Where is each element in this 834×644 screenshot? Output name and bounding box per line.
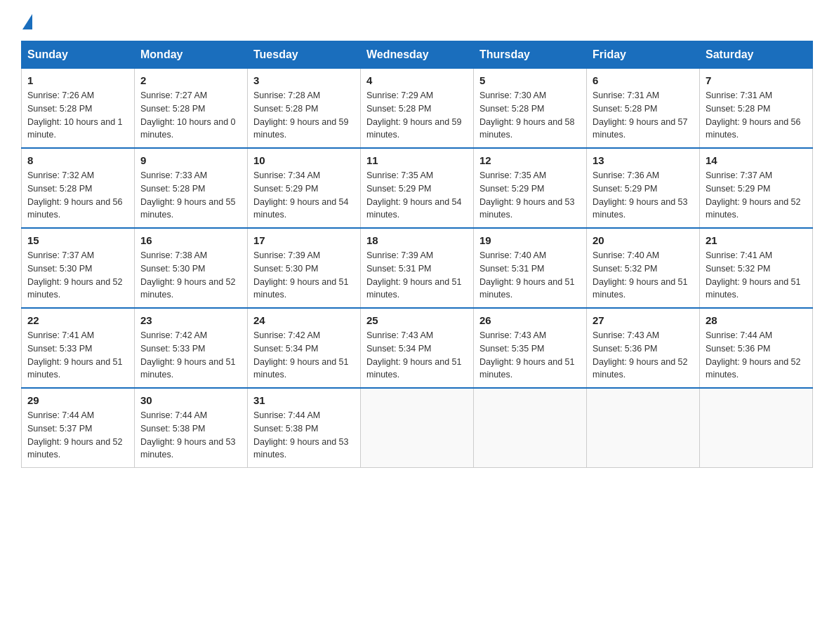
weekday-header-row: SundayMondayTuesdayWednesdayThursdayFrid… bbox=[22, 41, 813, 69]
day-info: Sunrise: 7:27 AMSunset: 5:28 PMDaylight:… bbox=[140, 89, 241, 142]
calendar-cell: 3 Sunrise: 7:28 AMSunset: 5:28 PMDayligh… bbox=[248, 69, 361, 149]
day-number: 20 bbox=[593, 234, 694, 246]
day-info: Sunrise: 7:34 AMSunset: 5:29 PMDaylight:… bbox=[253, 169, 355, 222]
day-info: Sunrise: 7:44 AMSunset: 5:37 PMDaylight:… bbox=[27, 409, 128, 462]
calendar-cell: 31 Sunrise: 7:44 AMSunset: 5:38 PMDaylig… bbox=[248, 388, 361, 468]
calendar-week-row: 15 Sunrise: 7:37 AMSunset: 5:30 PMDaylig… bbox=[22, 228, 813, 308]
calendar-week-row: 29 Sunrise: 7:44 AMSunset: 5:37 PMDaylig… bbox=[22, 388, 813, 468]
day-info: Sunrise: 7:36 AMSunset: 5:29 PMDaylight:… bbox=[593, 169, 694, 222]
day-number: 9 bbox=[140, 154, 241, 166]
day-info: Sunrise: 7:29 AMSunset: 5:28 PMDaylight:… bbox=[366, 89, 468, 142]
weekday-header-thursday: Thursday bbox=[474, 41, 587, 69]
calendar-cell: 9 Sunrise: 7:33 AMSunset: 5:28 PMDayligh… bbox=[135, 148, 248, 228]
calendar-cell: 14 Sunrise: 7:37 AMSunset: 5:29 PMDaylig… bbox=[700, 148, 813, 228]
calendar-cell: 27 Sunrise: 7:43 AMSunset: 5:36 PMDaylig… bbox=[587, 308, 700, 388]
day-number: 27 bbox=[593, 314, 694, 326]
day-number: 28 bbox=[706, 314, 807, 326]
day-info: Sunrise: 7:32 AMSunset: 5:28 PMDaylight:… bbox=[27, 169, 128, 222]
day-info: Sunrise: 7:37 AMSunset: 5:30 PMDaylight:… bbox=[27, 249, 128, 302]
day-info: Sunrise: 7:40 AMSunset: 5:31 PMDaylight:… bbox=[479, 249, 581, 302]
calendar-cell: 16 Sunrise: 7:38 AMSunset: 5:30 PMDaylig… bbox=[135, 228, 248, 308]
day-number: 15 bbox=[27, 234, 128, 246]
day-number: 2 bbox=[140, 74, 241, 86]
day-info: Sunrise: 7:37 AMSunset: 5:29 PMDaylight:… bbox=[706, 169, 807, 222]
day-number: 6 bbox=[593, 74, 694, 86]
weekday-header-sunday: Sunday bbox=[22, 41, 135, 69]
day-info: Sunrise: 7:44 AMSunset: 5:38 PMDaylight:… bbox=[253, 409, 355, 462]
calendar-cell: 12 Sunrise: 7:35 AMSunset: 5:29 PMDaylig… bbox=[474, 148, 587, 228]
calendar-cell: 7 Sunrise: 7:31 AMSunset: 5:28 PMDayligh… bbox=[700, 69, 813, 149]
calendar-cell bbox=[361, 388, 474, 468]
calendar-cell: 21 Sunrise: 7:41 AMSunset: 5:32 PMDaylig… bbox=[700, 228, 813, 308]
day-number: 8 bbox=[27, 154, 128, 166]
weekday-header-monday: Monday bbox=[135, 41, 248, 69]
day-info: Sunrise: 7:44 AMSunset: 5:36 PMDaylight:… bbox=[706, 329, 807, 382]
day-info: Sunrise: 7:33 AMSunset: 5:28 PMDaylight:… bbox=[140, 169, 241, 222]
calendar-week-row: 1 Sunrise: 7:26 AMSunset: 5:28 PMDayligh… bbox=[22, 69, 813, 149]
calendar-cell: 17 Sunrise: 7:39 AMSunset: 5:30 PMDaylig… bbox=[248, 228, 361, 308]
page-header bbox=[21, 14, 813, 27]
day-number: 25 bbox=[366, 314, 468, 326]
logo-top bbox=[21, 14, 32, 28]
day-info: Sunrise: 7:38 AMSunset: 5:30 PMDaylight:… bbox=[140, 249, 241, 302]
day-info: Sunrise: 7:28 AMSunset: 5:28 PMDaylight:… bbox=[253, 89, 355, 142]
day-info: Sunrise: 7:41 AMSunset: 5:33 PMDaylight:… bbox=[27, 329, 128, 382]
day-number: 1 bbox=[27, 74, 128, 86]
logo-triangle-icon bbox=[22, 14, 32, 29]
day-info: Sunrise: 7:43 AMSunset: 5:36 PMDaylight:… bbox=[593, 329, 694, 382]
calendar-cell: 18 Sunrise: 7:39 AMSunset: 5:31 PMDaylig… bbox=[361, 228, 474, 308]
weekday-header-friday: Friday bbox=[587, 41, 700, 69]
weekday-header-tuesday: Tuesday bbox=[248, 41, 361, 69]
calendar-cell: 10 Sunrise: 7:34 AMSunset: 5:29 PMDaylig… bbox=[248, 148, 361, 228]
day-info: Sunrise: 7:35 AMSunset: 5:29 PMDaylight:… bbox=[479, 169, 581, 222]
day-number: 29 bbox=[27, 394, 128, 406]
day-number: 14 bbox=[706, 154, 807, 166]
calendar-cell bbox=[587, 388, 700, 468]
day-number: 12 bbox=[479, 154, 581, 166]
day-info: Sunrise: 7:26 AMSunset: 5:28 PMDaylight:… bbox=[27, 89, 128, 142]
day-number: 21 bbox=[706, 234, 807, 246]
day-number: 5 bbox=[479, 74, 581, 86]
day-number: 16 bbox=[140, 234, 241, 246]
day-info: Sunrise: 7:43 AMSunset: 5:35 PMDaylight:… bbox=[479, 329, 581, 382]
weekday-header-wednesday: Wednesday bbox=[361, 41, 474, 69]
calendar-cell: 30 Sunrise: 7:44 AMSunset: 5:38 PMDaylig… bbox=[135, 388, 248, 468]
day-number: 22 bbox=[27, 314, 128, 326]
day-number: 31 bbox=[253, 394, 355, 406]
day-info: Sunrise: 7:43 AMSunset: 5:34 PMDaylight:… bbox=[366, 329, 468, 382]
day-number: 18 bbox=[366, 234, 468, 246]
day-number: 24 bbox=[253, 314, 355, 326]
weekday-header-saturday: Saturday bbox=[700, 41, 813, 69]
calendar-cell: 22 Sunrise: 7:41 AMSunset: 5:33 PMDaylig… bbox=[22, 308, 135, 388]
day-number: 30 bbox=[140, 394, 241, 406]
day-number: 19 bbox=[479, 234, 581, 246]
calendar-cell: 28 Sunrise: 7:44 AMSunset: 5:36 PMDaylig… bbox=[700, 308, 813, 388]
day-info: Sunrise: 7:41 AMSunset: 5:32 PMDaylight:… bbox=[706, 249, 807, 302]
day-number: 10 bbox=[253, 154, 355, 166]
calendar-cell: 25 Sunrise: 7:43 AMSunset: 5:34 PMDaylig… bbox=[361, 308, 474, 388]
day-number: 7 bbox=[706, 74, 807, 86]
day-number: 23 bbox=[140, 314, 241, 326]
calendar-cell: 24 Sunrise: 7:42 AMSunset: 5:34 PMDaylig… bbox=[248, 308, 361, 388]
day-info: Sunrise: 7:35 AMSunset: 5:29 PMDaylight:… bbox=[366, 169, 468, 222]
day-info: Sunrise: 7:39 AMSunset: 5:30 PMDaylight:… bbox=[253, 249, 355, 302]
day-number: 26 bbox=[479, 314, 581, 326]
day-info: Sunrise: 7:30 AMSunset: 5:28 PMDaylight:… bbox=[479, 89, 581, 142]
calendar-cell bbox=[700, 388, 813, 468]
calendar-cell: 11 Sunrise: 7:35 AMSunset: 5:29 PMDaylig… bbox=[361, 148, 474, 228]
calendar-cell: 1 Sunrise: 7:26 AMSunset: 5:28 PMDayligh… bbox=[22, 69, 135, 149]
day-info: Sunrise: 7:39 AMSunset: 5:31 PMDaylight:… bbox=[366, 249, 468, 302]
calendar-table: SundayMondayTuesdayWednesdayThursdayFrid… bbox=[21, 41, 813, 468]
calendar-week-row: 22 Sunrise: 7:41 AMSunset: 5:33 PMDaylig… bbox=[22, 308, 813, 388]
day-number: 17 bbox=[253, 234, 355, 246]
day-number: 13 bbox=[593, 154, 694, 166]
calendar-cell: 20 Sunrise: 7:40 AMSunset: 5:32 PMDaylig… bbox=[587, 228, 700, 308]
calendar-cell: 13 Sunrise: 7:36 AMSunset: 5:29 PMDaylig… bbox=[587, 148, 700, 228]
calendar-cell bbox=[474, 388, 587, 468]
day-info: Sunrise: 7:31 AMSunset: 5:28 PMDaylight:… bbox=[593, 89, 694, 142]
day-number: 4 bbox=[366, 74, 468, 86]
calendar-cell: 5 Sunrise: 7:30 AMSunset: 5:28 PMDayligh… bbox=[474, 69, 587, 149]
calendar-cell: 4 Sunrise: 7:29 AMSunset: 5:28 PMDayligh… bbox=[361, 69, 474, 149]
day-info: Sunrise: 7:40 AMSunset: 5:32 PMDaylight:… bbox=[593, 249, 694, 302]
calendar-cell: 19 Sunrise: 7:40 AMSunset: 5:31 PMDaylig… bbox=[474, 228, 587, 308]
